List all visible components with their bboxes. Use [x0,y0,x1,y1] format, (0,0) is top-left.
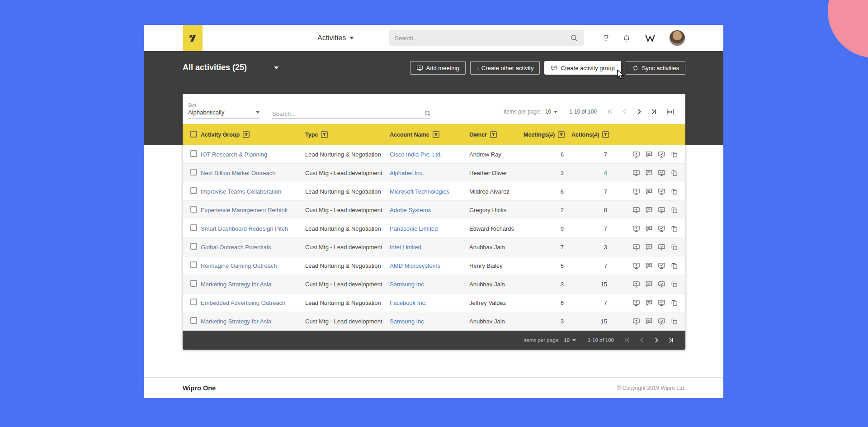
task-check-icon[interactable] [658,243,665,251]
notifications-bell-icon[interactable] [622,33,631,43]
prev-page-button[interactable] [637,335,647,346]
row-checkbox[interactable] [190,243,197,250]
comment-icon[interactable] [645,151,653,158]
activities-filter-dropdown[interactable]: All activities (25) [183,63,278,72]
wipro-one-logo[interactable] [183,25,203,51]
create-activity-group-button[interactable]: Create activity group [544,61,621,75]
add-meeting-icon[interactable] [632,151,640,158]
filter-icon[interactable] [243,131,250,138]
add-meeting-icon[interactable] [632,280,640,288]
activity-group-link[interactable]: Improvise Teams Collaboration [201,188,305,195]
activity-group-link[interactable]: Marketing Strategy for Asia [201,318,305,325]
comment-icon[interactable] [645,243,653,251]
first-page-button[interactable] [605,106,616,117]
duplicate-icon[interactable] [670,169,678,177]
task-check-icon[interactable] [658,188,665,195]
activity-group-link[interactable]: Next Billion Market Outreach [201,170,305,176]
add-meeting-icon[interactable] [632,299,640,307]
items-per-page-select[interactable]: 10 [545,109,557,115]
filter-icon[interactable] [433,131,439,138]
help-icon[interactable]: ? [604,33,609,43]
task-check-icon[interactable] [658,318,665,325]
add-meeting-icon[interactable] [632,262,640,270]
activity-group-link[interactable]: Global Outreach Potentials [201,244,305,251]
account-link[interactable]: Alphabet Inc. [390,170,469,176]
duplicate-icon[interactable] [670,151,678,158]
row-checkbox[interactable] [190,224,197,231]
select-all-checkbox[interactable] [190,131,197,138]
activities-nav-dropdown[interactable]: Activities [317,34,354,42]
sort-dropdown[interactable]: Sort Alphabetically [188,103,259,119]
activity-group-link[interactable]: Experience Management Rethink [201,207,305,214]
account-link[interactable]: AMD Microsystems [390,262,469,269]
filter-icon[interactable] [602,131,609,138]
row-checkbox[interactable] [190,150,197,157]
prev-page-button[interactable] [619,106,630,117]
row-checkbox[interactable] [190,206,197,213]
comment-icon[interactable] [645,299,653,307]
duplicate-icon[interactable] [670,206,678,214]
add-meeting-icon[interactable] [632,188,640,195]
last-page-button[interactable] [648,106,659,117]
task-check-icon[interactable] [658,262,665,270]
duplicate-icon[interactable] [670,262,678,270]
activity-group-link[interactable]: Embedded Advertising Outreach [201,299,305,306]
task-check-icon[interactable] [658,151,665,158]
comment-icon[interactable] [645,188,653,195]
activity-group-link[interactable]: Marketing Strategy for Asia [201,281,305,288]
search-icon[interactable] [570,34,578,42]
account-link[interactable]: Facebook Inc. [390,299,469,306]
global-search[interactable] [389,30,584,46]
account-link[interactable]: Panasonic Limited [390,225,469,232]
row-checkbox[interactable] [190,261,197,268]
table-search-input[interactable] [272,110,424,117]
fit-width-icon[interactable] [665,106,675,117]
add-meeting-icon[interactable] [632,169,640,177]
next-page-button[interactable] [651,335,662,346]
account-link[interactable]: Microsoft Technologies [390,188,469,195]
duplicate-icon[interactable] [670,225,678,232]
duplicate-icon[interactable] [670,280,678,288]
global-search-input[interactable] [395,35,570,42]
first-page-button[interactable] [622,335,633,346]
account-link[interactable]: Cisco India Pvt. Ltd. [390,151,469,158]
duplicate-icon[interactable] [670,243,678,251]
filter-icon[interactable] [558,131,565,138]
account-link[interactable]: Samsung Inc. [390,281,469,288]
last-page-button[interactable] [665,335,676,346]
add-meeting-icon[interactable] [632,243,640,251]
duplicate-icon[interactable] [670,188,678,195]
add-meeting-icon[interactable] [632,206,640,214]
add-meeting-icon[interactable] [632,318,640,325]
row-checkbox[interactable] [190,299,197,305]
sync-activities-button[interactable]: Sync activities [626,61,685,75]
comment-icon[interactable] [645,169,653,177]
account-link[interactable]: Samsung Inc. [390,318,469,325]
items-per-page-select[interactable]: 10 [564,337,576,343]
comment-icon[interactable] [645,318,653,325]
activity-group-link[interactable]: Smart Dashboard Redesign Pitch [201,225,305,232]
comment-icon[interactable] [645,206,653,214]
filter-icon[interactable] [490,131,497,138]
comment-icon[interactable] [645,225,653,232]
table-search[interactable] [272,110,431,119]
task-check-icon[interactable] [658,206,665,214]
duplicate-icon[interactable] [670,299,678,307]
comment-icon[interactable] [645,280,653,288]
activity-group-link[interactable]: IOT Research & Planning [201,151,305,158]
add-meeting-icon[interactable] [632,225,640,232]
task-check-icon[interactable] [658,299,665,307]
comment-icon[interactable] [645,262,653,270]
duplicate-icon[interactable] [670,318,678,325]
task-check-icon[interactable] [658,169,665,177]
filter-icon[interactable] [321,131,328,138]
add-meeting-button[interactable]: Add meeting [410,61,466,75]
row-checkbox[interactable] [190,169,197,176]
task-check-icon[interactable] [658,280,665,288]
create-other-activity-button[interactable]: + Create other activity [470,61,540,75]
row-checkbox[interactable] [190,317,197,324]
account-link[interactable]: Intel Limited [390,244,469,251]
row-checkbox[interactable] [190,280,197,287]
wipro-mark-icon[interactable] [645,34,656,43]
task-check-icon[interactable] [658,225,665,232]
